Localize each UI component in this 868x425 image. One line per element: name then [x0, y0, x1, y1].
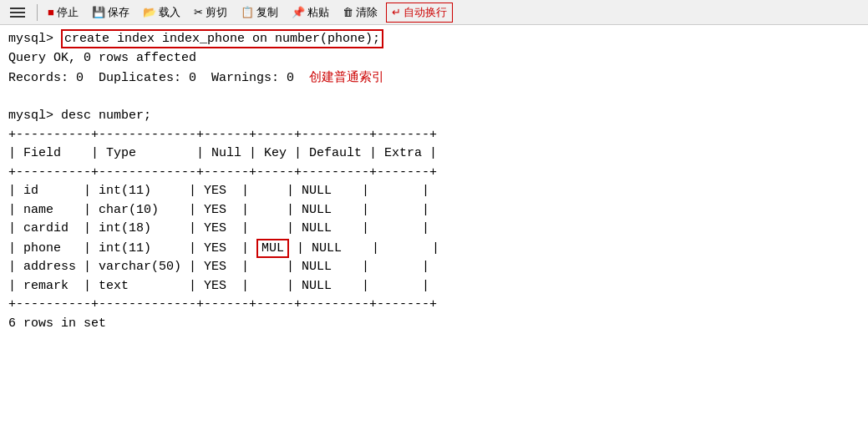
prompt2: mysql>: [8, 109, 61, 123]
clear-icon: 🗑: [343, 6, 353, 18]
cmd1-sql: create index index_phone on number(phone…: [61, 29, 383, 48]
table-sep-mid: +----------+-------------+------+-----+-…: [8, 164, 860, 183]
auto-wrap-icon: ↵: [392, 6, 401, 18]
result2-line: Records: 0 Duplicates: 0 Warnings: 0 创建普…: [8, 68, 860, 89]
footer-line: 6 rows in set: [8, 315, 860, 334]
main-window: ■ 停止 💾 保存 📂 载入 ✂ 剪切 📋 复制 📌 粘贴 🗑 清除 ↵: [0, 0, 868, 425]
clear-label: 清除: [356, 5, 378, 20]
stop-label: 停止: [57, 5, 79, 20]
cut-label: 剪切: [206, 5, 227, 20]
table-sep-bottom: +----------+-------------+------+-----+-…: [8, 296, 860, 315]
table-row: | address | varchar(50) | YES | | NULL |…: [8, 258, 860, 277]
paste-icon: 📌: [292, 6, 305, 18]
cmd2-sql: desc number;: [61, 109, 151, 123]
prompt1: mysql>: [8, 32, 61, 46]
cut-button[interactable]: ✂ 剪切: [189, 3, 232, 22]
save-button[interactable]: 💾 保存: [87, 3, 135, 22]
auto-wrap-button[interactable]: ↵ 自动换行: [386, 3, 453, 23]
annotation-text: 创建普通索引: [309, 69, 384, 83]
load-label: 载入: [159, 5, 180, 20]
table-sep-top: +----------+-------------+------+-----+-…: [8, 126, 860, 145]
table-row: | name | char(10) | YES | | NULL | |: [8, 201, 860, 220]
cut-icon: ✂: [194, 6, 203, 18]
paste-button[interactable]: 📌 粘贴: [287, 3, 334, 22]
load-button[interactable]: 📂 载入: [138, 3, 185, 22]
save-label: 保存: [108, 5, 129, 20]
clear-button[interactable]: 🗑 清除: [338, 3, 383, 22]
copy-label: 复制: [256, 5, 278, 20]
menu-button[interactable]: [3, 4, 32, 21]
result2-text: Records: 0 Duplicates: 0 Warnings: 0: [8, 71, 294, 85]
toolbar: ■ 停止 💾 保存 📂 载入 ✂ 剪切 📋 复制 📌 粘贴 🗑 清除 ↵: [0, 0, 868, 25]
terminal-output[interactable]: mysql> create index index_phone on numbe…: [0, 25, 868, 425]
auto-label: 自动换行: [404, 5, 447, 20]
table-row-phone: | phone | int(11) | YES | MUL | NULL | |: [8, 239, 860, 259]
table-row: | id | int(11) | YES | | NULL | |: [8, 182, 860, 201]
table-row: | remark | text | YES | | NULL | |: [8, 277, 860, 296]
empty-line: [8, 89, 860, 108]
mul-key-badge: MUL: [256, 239, 289, 259]
table-row: | cardid | int(18) | YES | | NULL | |: [8, 220, 860, 239]
copy-icon: 📋: [241, 6, 254, 18]
table-header: | Field | Type | Null | Key | Default | …: [8, 144, 860, 164]
save-icon: 💾: [92, 6, 105, 18]
cmd2-line: mysql> desc number;: [8, 107, 860, 126]
paste-label: 粘贴: [307, 5, 329, 20]
cmd1-line: mysql> create index index_phone on numbe…: [8, 30, 860, 49]
load-icon: 📂: [143, 6, 156, 18]
result1-line: Query OK, 0 rows affected: [8, 49, 860, 68]
sep1: [37, 4, 38, 21]
stop-button[interactable]: ■ 停止: [43, 3, 84, 22]
copy-button[interactable]: 📋 复制: [236, 3, 283, 22]
stop-icon: ■: [48, 6, 54, 18]
